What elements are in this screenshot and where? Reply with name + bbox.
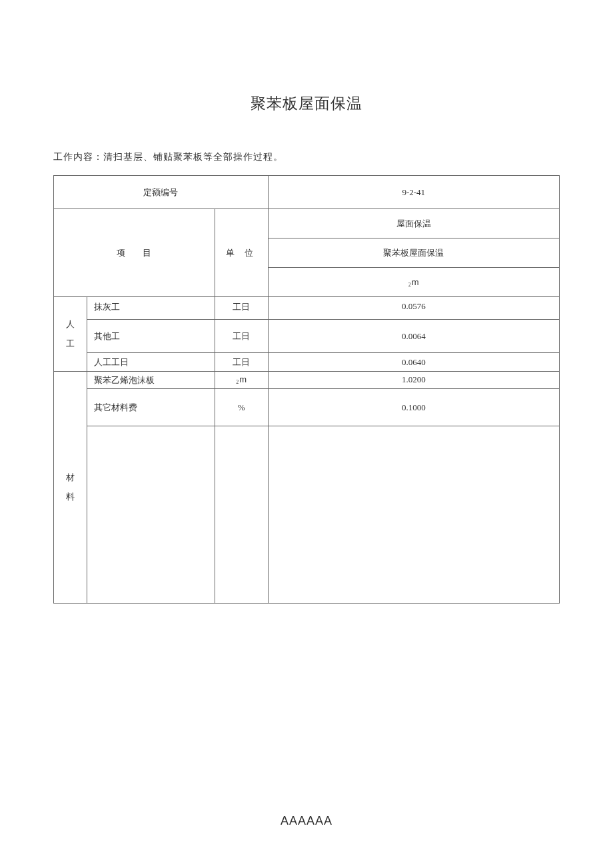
row-unit: 工日	[215, 297, 268, 320]
section-material: 材料	[54, 372, 87, 604]
page-footer: AAAAAA	[0, 814, 613, 828]
quota-no-label: 定额编号	[54, 176, 269, 209]
row-name: 聚苯乙烯泡沫板	[87, 372, 215, 389]
quota-table: 定额编号 9-2-41 项 目 单 位 屋面保温 聚苯板屋面保温 2m 人工 抹…	[53, 175, 560, 604]
row-unit: 工日	[215, 320, 268, 353]
row-name: 抹灰工	[87, 297, 215, 320]
page-title: 聚苯板屋面保温	[53, 93, 560, 114]
subcategory-cell: 聚苯板屋面保温	[268, 238, 559, 268]
empty-cell	[215, 426, 268, 604]
work-description: 工作内容：清扫基层、铺贴聚苯板等全部操作过程。	[53, 151, 560, 163]
row-name: 人工工日	[87, 353, 215, 372]
row-value: 0.0576	[268, 297, 559, 320]
section-labor: 人工	[54, 297, 87, 372]
empty-cell	[87, 426, 215, 604]
row-unit: 2m	[215, 372, 268, 389]
row-unit: 工日	[215, 353, 268, 372]
quota-no-value: 9-2-41	[268, 176, 559, 209]
measure-unit-cell: 2m	[268, 268, 559, 297]
category-cell: 屋面保温	[268, 209, 559, 238]
row-name: 其他工	[87, 320, 215, 353]
row-name: 其它材料费	[87, 389, 215, 426]
row-value: 0.0640	[268, 353, 559, 372]
row-value: 1.0200	[268, 372, 559, 389]
project-label: 项 目	[54, 209, 215, 297]
row-value: 0.1000	[268, 389, 559, 426]
unit-label: 单 位	[215, 209, 268, 297]
empty-cell	[268, 426, 559, 604]
row-unit: %	[215, 389, 268, 426]
row-value: 0.0064	[268, 320, 559, 353]
